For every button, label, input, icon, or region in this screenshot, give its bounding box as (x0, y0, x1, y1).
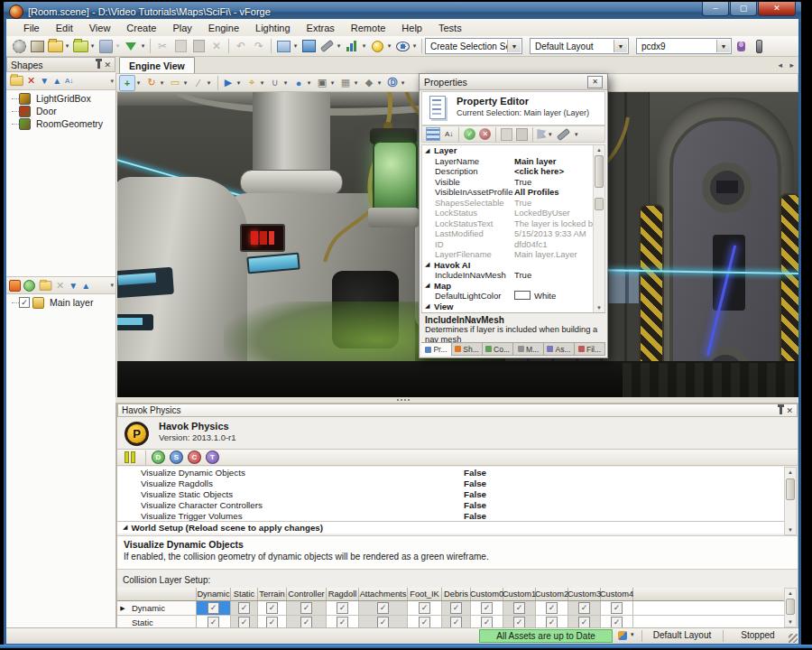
layer-checkbox[interactable]: ✓ (19, 297, 30, 308)
collision-cell[interactable]: ✓ (408, 601, 442, 615)
property-value[interactable]: dfd04fc1 (514, 239, 594, 249)
collision-checkbox[interactable]: ✓ (238, 602, 250, 614)
collision-checkbox[interactable]: ✓ (300, 602, 312, 614)
profile-dropdown[interactable]: ▾ (361, 42, 367, 50)
sort-az-icon[interactable]: A↓ (65, 77, 73, 85)
havok-dynamic-icon[interactable]: D (152, 450, 165, 464)
menu-view[interactable]: View (81, 21, 119, 35)
sphere-tool-icon[interactable]: ● (291, 76, 306, 90)
link-tool-icon[interactable]: ⁄ (191, 76, 206, 90)
prop-settings-dropdown[interactable]: ▾ (573, 131, 579, 138)
collision-cell[interactable]: ✓ (359, 616, 408, 627)
collision-cell[interactable]: ✓ (408, 616, 442, 627)
collision-cell[interactable]: ✓ (287, 601, 327, 615)
alphabetical-sort-icon[interactable]: A↓ (445, 130, 453, 138)
property-value[interactable]: 5/15/2013 9:33 AM (514, 228, 594, 238)
asset-sync-icon[interactable] (618, 631, 627, 640)
minimize-button[interactable]: – (702, 2, 729, 16)
collision-checkbox[interactable]: ✓ (513, 602, 525, 614)
property-grid-scrollbar[interactable]: ▲ ▼ (593, 145, 604, 312)
havok-setting-visualize-static-objects[interactable]: Visualize Static ObjectsFalse (117, 488, 785, 499)
collision-checkbox[interactable]: ✓ (208, 602, 219, 614)
collision-cell[interactable]: ✓ (601, 616, 633, 627)
havok-setting-visualize-character-controllers[interactable]: Visualize Character ControllersFalse (117, 499, 785, 510)
collision-checkbox[interactable]: ✓ (481, 617, 493, 627)
resize-grip[interactable] (789, 634, 798, 643)
property-value[interactable]: True (514, 198, 594, 208)
redo-icon[interactable]: ↷ (251, 38, 267, 54)
collision-checkbox[interactable]: ✓ (419, 602, 430, 614)
flag-filter-icon[interactable] (537, 129, 546, 139)
debug-tool-icon[interactable]: Ⓓ (385, 76, 400, 90)
category-expander-icon[interactable]: ◢ (422, 147, 434, 154)
menu-remote[interactable]: Remote (343, 21, 394, 35)
layer-folder-icon[interactable] (40, 281, 52, 290)
setting-value[interactable]: False (464, 478, 486, 488)
havok-panel-header[interactable]: Havok Physics ✕ (117, 404, 798, 417)
havok-close-icon[interactable]: ✕ (786, 406, 793, 415)
new-layer-icon[interactable] (9, 280, 21, 292)
setting-value[interactable]: False (464, 468, 486, 478)
magnet-tool-icon[interactable]: ∪ (268, 76, 282, 90)
havok-setting-visualize-dynamic-objects[interactable]: Visualize Dynamic ObjectsFalse (117, 467, 785, 478)
collision-cell[interactable]: ✓ (503, 601, 536, 615)
setting-value[interactable]: False (464, 511, 486, 521)
open-dropdown[interactable]: ▾ (64, 42, 70, 50)
collision-checkbox[interactable]: ✓ (450, 602, 462, 614)
collision-checkbox[interactable]: ✓ (546, 602, 558, 614)
move-tool-icon[interactable]: + (119, 75, 135, 91)
property-row-layername[interactable]: LayerNameMain layer (422, 156, 594, 167)
menu-file[interactable]: File (15, 21, 48, 35)
tab-engine-view[interactable]: Engine View (119, 57, 195, 74)
prop-paste-icon[interactable] (516, 128, 528, 141)
scale-tool-icon[interactable]: ▭ (168, 76, 182, 90)
tree-item-lightgridbox[interactable]: LightGridBox (6, 92, 115, 105)
collision-checkbox[interactable]: ✓ (337, 617, 348, 627)
collision-checkbox[interactable]: ✓ (546, 617, 558, 627)
property-value[interactable]: True (514, 177, 594, 187)
collision-checkbox[interactable]: ✓ (611, 602, 623, 614)
havok-controller-icon[interactable]: C (188, 450, 201, 464)
row-header[interactable]: ▶Dynamic (117, 601, 197, 615)
property-tab-pr[interactable]: Pr... (421, 342, 452, 356)
tree-item-roomgeometry[interactable]: RoomGeometry (6, 117, 115, 130)
copy-icon[interactable] (172, 38, 189, 54)
collision-cell[interactable]: ✓ (258, 616, 287, 627)
lighting-bulb-icon[interactable] (369, 38, 385, 54)
collision-cell[interactable]: ✓ (197, 601, 231, 615)
pin-icon[interactable] (97, 61, 100, 69)
property-tab-sh[interactable]: Sh... (452, 342, 483, 356)
collision-checkbox[interactable]: ✓ (300, 617, 312, 627)
havok-static-icon[interactable]: S (170, 450, 183, 464)
maximize-button[interactable]: ▢ (730, 2, 757, 16)
property-row-includeinnavmesh[interactable]: IncludeInNavMeshTrue (422, 270, 594, 281)
shapes-group-icon[interactable]: ▦ (338, 76, 353, 90)
new-folder-icon[interactable] (10, 76, 23, 86)
property-row-defaultlightcolor[interactable]: DefaultLightColorWhite (422, 291, 594, 302)
property-value[interactable]: LockedByUser (514, 208, 594, 218)
tools-dropdown[interactable]: ▾ (336, 42, 342, 50)
property-tab-fil[interactable]: Fil... (575, 342, 605, 356)
property-category-havok-ai[interactable]: ◢Havok AI (422, 260, 594, 271)
panels-layout-icon[interactable] (275, 38, 291, 54)
user-profile-icon[interactable] (733, 38, 749, 54)
anchor-tool-icon[interactable]: ⌖ (245, 76, 259, 90)
collision-checkbox[interactable]: ✓ (450, 617, 462, 627)
property-row-layerfilename[interactable]: LayerFilenameMain layer.Layer (422, 249, 594, 260)
layer-move-down-icon[interactable]: ▼ (69, 281, 78, 291)
categorized-view-icon[interactable] (426, 127, 440, 141)
menu-extras[interactable]: Extras (299, 21, 343, 35)
paste-icon[interactable] (190, 38, 207, 54)
properties-title-bar[interactable]: Properties ✕ (420, 74, 607, 90)
category-expander-icon[interactable]: ◢ (422, 302, 434, 310)
selection-set-caret-icon[interactable]: ▼ (507, 40, 521, 52)
flag-dropdown[interactable]: ▾ (547, 131, 553, 138)
layers-overflow-icon[interactable]: ▾ (110, 282, 114, 289)
close-button[interactable]: ✕ (758, 2, 796, 16)
property-row-id[interactable]: IDdfd04fc1 (422, 239, 594, 250)
havok-world-setup-category[interactable]: ◢World Setup (Reload scene to apply chan… (117, 521, 785, 533)
renderer-combo[interactable]: pcdx9 ▼ (636, 38, 732, 54)
tools-wrench-icon[interactable] (318, 38, 335, 54)
havok-settings-scrollbar[interactable]: ▲ ▼ (784, 467, 797, 535)
collision-checkbox[interactable]: ✓ (419, 617, 430, 627)
